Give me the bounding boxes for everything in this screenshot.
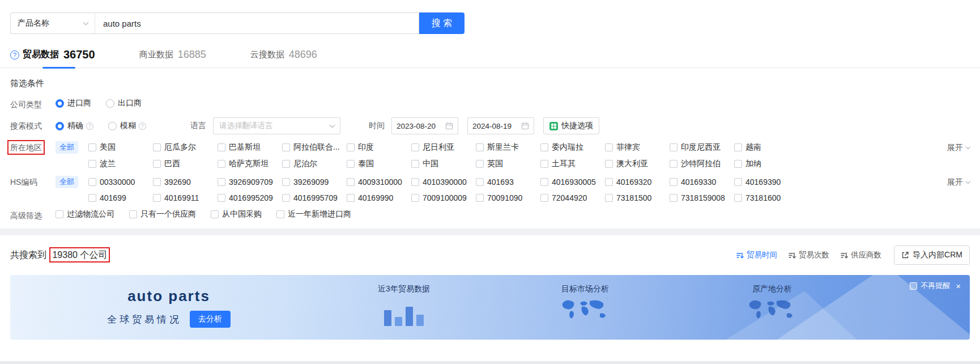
language-select[interactable]: 请选择翻译语言 xyxy=(213,117,340,134)
checkbox-icon xyxy=(540,194,548,202)
region-checkbox[interactable]: 菲律宾 xyxy=(605,142,670,153)
hs-code-checkbox[interactable]: 72044920 xyxy=(540,193,605,202)
checkbox-icon xyxy=(56,210,63,218)
hs-code-checkbox[interactable]: 7318159008 xyxy=(670,193,734,202)
hs-expand-link[interactable]: 展开 xyxy=(947,176,970,188)
radio-checked-icon xyxy=(56,122,64,130)
help-icon[interactable]: ? xyxy=(10,50,19,60)
region-checkbox[interactable]: 厄瓜多尔 xyxy=(153,142,218,153)
end-date-input[interactable]: 2024-08-19 xyxy=(467,117,534,134)
quick-options-button[interactable]: 快捷选项 xyxy=(543,117,599,134)
sort-trade-count[interactable]: 贸易次数 xyxy=(789,250,829,260)
region-checkbox[interactable]: 哈萨克斯坦 xyxy=(218,159,282,169)
tab-business-data[interactable]: 商业数据 16885 xyxy=(139,42,206,68)
hs-code-checkbox[interactable]: 4016995209 xyxy=(218,193,282,202)
region-checkbox[interactable]: 沙特阿拉伯 xyxy=(670,159,734,169)
radio-exporter[interactable]: 出口商 xyxy=(106,98,142,108)
checkbox-icon xyxy=(476,143,484,151)
advanced-checkbox-buy-from-china[interactable]: 从中国采购 xyxy=(211,209,262,219)
hs-code-checkbox[interactable]: 73181500 xyxy=(605,193,670,202)
hs-code-checkbox[interactable]: 7009100009 xyxy=(411,193,476,202)
search-category-select[interactable]: 产品名称 xyxy=(10,12,95,34)
advanced-checkbox-single-supplier[interactable]: 只有一个供应商 xyxy=(129,209,196,219)
checkbox-icon xyxy=(276,210,284,218)
hs-code-checkbox[interactable]: 401699 xyxy=(88,193,153,202)
analyze-button[interactable]: 去分析 xyxy=(190,311,231,328)
hs-code-checkbox[interactable]: 3926909709 xyxy=(218,177,282,187)
info-icon[interactable]: ? xyxy=(86,122,93,130)
dismiss-checkbox[interactable] xyxy=(910,282,917,290)
sort-trade-time[interactable]: 贸易时间 xyxy=(736,250,777,260)
checkbox-icon xyxy=(153,178,161,186)
checkbox-icon xyxy=(153,160,161,168)
region-checkbox[interactable]: 尼日利亚 xyxy=(411,142,476,153)
sort-supplier-count[interactable]: 供应商数 xyxy=(841,250,881,260)
hs-code-checkbox[interactable]: 40169320 xyxy=(605,177,670,187)
region-checkbox[interactable]: 越南 xyxy=(734,142,799,153)
company-type-row: 公司类型 进口商 出口商 xyxy=(10,98,970,111)
tab-count: 36750 xyxy=(63,48,95,61)
radio-importer[interactable]: 进口商 xyxy=(56,98,91,108)
advanced-checkbox-new-importers[interactable]: 近一年新增进口商 xyxy=(276,209,351,219)
search-button[interactable]: 搜 索 xyxy=(419,12,465,34)
hs-code-checkbox[interactable]: 00330000 xyxy=(88,177,153,187)
region-checkbox[interactable]: 澳大利亚 xyxy=(605,159,670,169)
company-type-label: 公司类型 xyxy=(10,98,56,111)
checkbox-icon xyxy=(211,210,219,218)
hs-code-checkbox[interactable]: 39269099 xyxy=(282,177,347,187)
region-checkbox[interactable]: 尼泊尔 xyxy=(282,159,347,169)
results-summary: 共搜索到 19380 个公司 xyxy=(10,249,107,261)
region-checkbox[interactable]: 土耳其 xyxy=(540,159,605,169)
checkbox-icon xyxy=(88,143,96,151)
region-checkbox[interactable]: 巴基斯坦 xyxy=(218,142,282,153)
region-checkbox[interactable]: 波兰 xyxy=(88,159,153,169)
search-mode-label: 搜索模式 xyxy=(10,120,56,132)
search-input[interactable] xyxy=(95,12,419,34)
hs-code-checkbox[interactable]: 73181600 xyxy=(734,193,799,202)
radio-fuzzy-mode[interactable]: 模糊 ? xyxy=(108,121,146,131)
hs-code-checkbox[interactable]: 40169330 xyxy=(670,177,734,187)
checkbox-icon xyxy=(282,194,290,202)
hs-code-checkbox[interactable]: 40169911 xyxy=(153,193,218,202)
region-checkbox[interactable]: 泰国 xyxy=(347,159,411,169)
search-category-label: 产品名称 xyxy=(18,18,49,28)
region-checkbox[interactable]: 阿拉伯联合... xyxy=(282,142,347,153)
checkbox-icon xyxy=(670,194,678,202)
crm-import-button[interactable]: 导入内部CRM xyxy=(894,246,970,265)
hs-code-checkbox[interactable]: 401693 xyxy=(476,177,540,187)
region-checkbox[interactable]: 委内瑞拉 xyxy=(540,142,605,153)
info-icon[interactable]: ? xyxy=(139,122,146,130)
advanced-checkbox-filter-logistics[interactable]: 过滤物流公司 xyxy=(56,209,114,219)
banner-col-label: 目标市场分析 xyxy=(561,284,609,293)
region-checkbox[interactable]: 英国 xyxy=(476,159,540,169)
banner-left-block: auto parts 全球贸易情况 去分析 xyxy=(95,287,242,328)
region-checkbox[interactable]: 印度 xyxy=(347,142,411,153)
checkbox-icon xyxy=(282,160,290,168)
region-checkbox[interactable]: 斯里兰卡 xyxy=(476,142,540,153)
hs-code-checkbox[interactable]: 4010390000 xyxy=(411,177,476,187)
radio-exact-mode[interactable]: 精确 ? xyxy=(56,121,93,131)
region-all-badge[interactable]: 全部 xyxy=(56,141,78,154)
hs-code-checkbox[interactable]: 392690 xyxy=(153,177,218,187)
tab-trade-data[interactable]: 贸易数据 36750 xyxy=(23,42,95,68)
hs-code-checkbox[interactable]: 4016995709 xyxy=(282,193,347,202)
hs-code-checkbox[interactable]: 4016930005 xyxy=(540,177,605,187)
region-checkbox[interactable]: 巴西 xyxy=(153,159,218,169)
checkbox-icon xyxy=(347,160,355,168)
hs-code-checkbox[interactable]: 40169390 xyxy=(734,177,799,187)
region-checkbox[interactable]: 中国 xyxy=(411,159,476,169)
hs-code-checkbox[interactable]: 70091090 xyxy=(476,193,540,202)
tab-cloud-search-data[interactable]: 云搜数据 48696 xyxy=(250,42,317,68)
tab-label: 商业数据 xyxy=(139,49,173,60)
hs-code-checkbox[interactable]: 4009310000 xyxy=(347,177,411,187)
region-checkbox[interactable]: 美国 xyxy=(88,142,153,153)
search-mode-row: 搜索模式 精确 ? 模糊 ? 语言 请选择翻译语言 时间 2023-08-20 xyxy=(10,117,970,134)
start-date-input[interactable]: 2023-08-20 xyxy=(391,117,458,134)
region-checkbox[interactable]: 印度尼西亚 xyxy=(670,142,734,153)
radio-icon xyxy=(106,99,114,108)
close-icon[interactable]: × xyxy=(956,282,961,290)
region-checkbox[interactable]: 加纳 xyxy=(734,159,799,169)
hs-all-badge[interactable]: 全部 xyxy=(56,176,78,188)
region-expand-link[interactable]: 展开 xyxy=(947,141,970,154)
hs-code-checkbox[interactable]: 40169990 xyxy=(347,193,411,202)
